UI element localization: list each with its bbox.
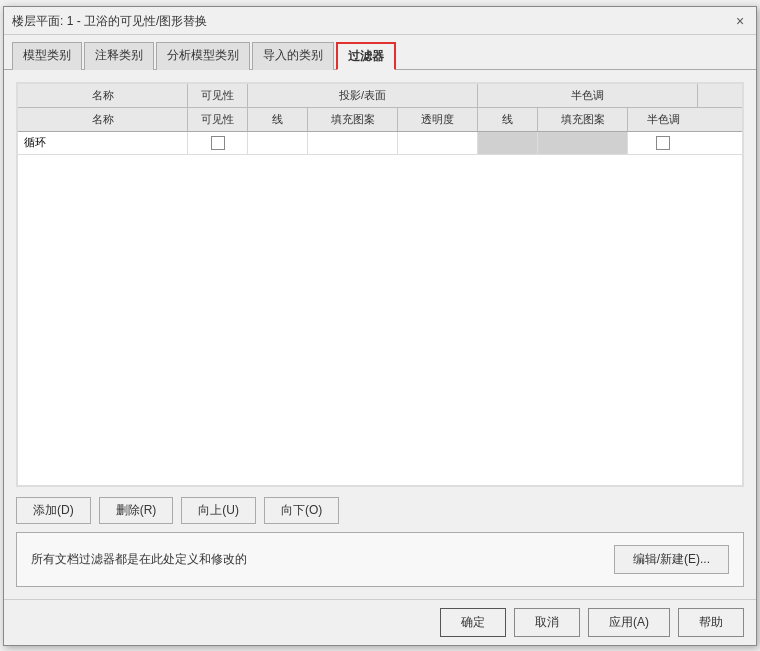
tab-annotation[interactable]: 注释类别 xyxy=(84,42,154,70)
row-proj-trans xyxy=(398,132,478,154)
sh-visible: 可见性 xyxy=(188,108,248,131)
halftone-checkbox[interactable] xyxy=(656,136,670,150)
table-sub-header: 名称 可见性 线 填充图案 透明度 线 填充图案 半色调 xyxy=(18,108,742,132)
close-button[interactable]: × xyxy=(732,13,748,29)
sh-proj-line: 线 xyxy=(248,108,308,131)
footer-buttons: 确定 取消 应用(A) 帮助 xyxy=(4,599,756,645)
gh-name: 名称 xyxy=(18,84,188,107)
empty-rows xyxy=(18,155,742,455)
gh-projection: 投影/表面 xyxy=(248,84,478,107)
table-body: 循环 xyxy=(18,132,742,485)
title-bar: 楼层平面: 1 - 卫浴的可见性/图形替换 × xyxy=(4,7,756,35)
filter-table: 名称 可见性 投影/表面 半色调 名称 可见性 线 填充图案 透明度 线 填充图… xyxy=(16,82,744,487)
row-sec-line xyxy=(478,132,538,154)
dialog-title: 楼层平面: 1 - 卫浴的可见性/图形替换 xyxy=(12,13,207,30)
sh-proj-fill: 填充图案 xyxy=(308,108,398,131)
cancel-button[interactable]: 取消 xyxy=(514,608,580,637)
tab-imported[interactable]: 导入的类别 xyxy=(252,42,334,70)
tab-model[interactable]: 模型类别 xyxy=(12,42,82,70)
content-area: 名称 可见性 投影/表面 半色调 名称 可见性 线 填充图案 透明度 线 填充图… xyxy=(4,70,756,599)
up-button[interactable]: 向上(U) xyxy=(181,497,256,524)
row-visible[interactable] xyxy=(188,132,248,154)
table-row: 循环 xyxy=(18,132,742,155)
sh-sec-line: 线 xyxy=(478,108,538,131)
row-name: 循环 xyxy=(18,132,188,154)
dialog: 楼层平面: 1 - 卫浴的可见性/图形替换 × 模型类别 注释类别 分析模型类别… xyxy=(3,6,757,646)
down-button[interactable]: 向下(O) xyxy=(264,497,339,524)
table-group-header: 名称 可见性 投影/表面 半色调 xyxy=(18,84,742,108)
row-proj-fill xyxy=(308,132,398,154)
info-box: 所有文档过滤器都是在此处定义和修改的 编辑/新建(E)... xyxy=(16,532,744,587)
edit-new-button[interactable]: 编辑/新建(E)... xyxy=(614,545,729,574)
tab-filter[interactable]: 过滤器 xyxy=(336,42,396,70)
row-halftone[interactable] xyxy=(628,132,698,154)
gh-section: 半色调 xyxy=(478,84,698,107)
add-button[interactable]: 添加(D) xyxy=(16,497,91,524)
sh-sec-fill: 填充图案 xyxy=(538,108,628,131)
delete-button[interactable]: 删除(R) xyxy=(99,497,174,524)
tabs-bar: 模型类别 注释类别 分析模型类别 导入的类别 过滤器 xyxy=(4,35,756,70)
sh-proj-trans: 透明度 xyxy=(398,108,478,131)
tab-analytical[interactable]: 分析模型类别 xyxy=(156,42,250,70)
gh-halftone xyxy=(698,84,744,107)
sh-halftone: 半色调 xyxy=(628,108,698,131)
apply-button[interactable]: 应用(A) xyxy=(588,608,670,637)
sh-name: 名称 xyxy=(18,108,188,131)
gh-visible: 可见性 xyxy=(188,84,248,107)
info-text: 所有文档过滤器都是在此处定义和修改的 xyxy=(31,551,247,568)
action-buttons: 添加(D) 删除(R) 向上(U) 向下(O) xyxy=(16,497,744,524)
row-proj-line xyxy=(248,132,308,154)
visible-checkbox[interactable] xyxy=(211,136,225,150)
ok-button[interactable]: 确定 xyxy=(440,608,506,637)
row-sec-fill xyxy=(538,132,628,154)
help-button[interactable]: 帮助 xyxy=(678,608,744,637)
